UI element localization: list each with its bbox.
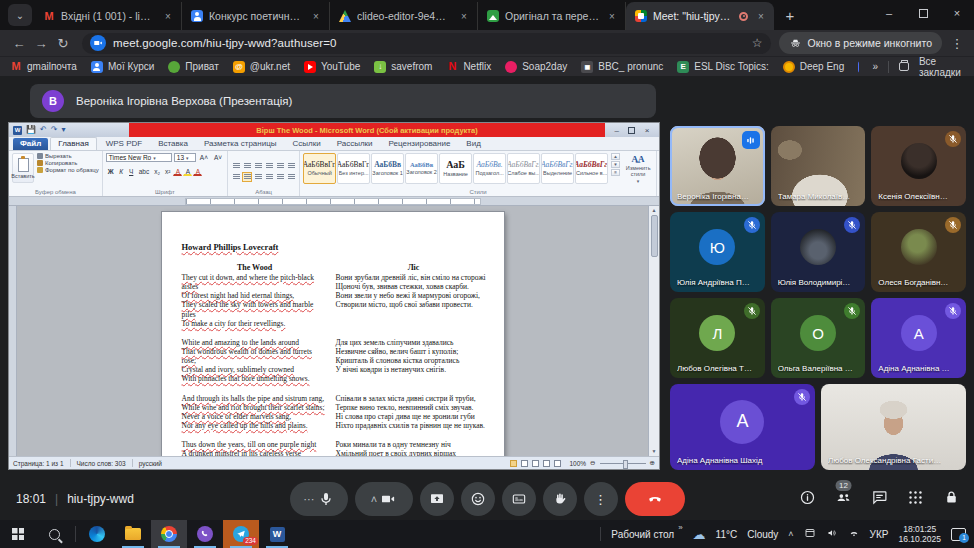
mic-button[interactable]: ⋯	[290, 482, 348, 516]
word-maximize-button[interactable]	[628, 127, 635, 134]
desktop-toolbar-label[interactable]: Рабочий стол	[611, 529, 674, 540]
font-style-button[interactable]: x₂	[152, 167, 162, 176]
paragraph-tool-icon[interactable]	[242, 172, 252, 182]
shrink-font-button[interactable]: А˅	[212, 153, 224, 162]
style-chip[interactable]: АаБбВвЗаголовок 2	[405, 153, 438, 184]
tab-close-icon[interactable]: ×	[309, 9, 323, 23]
bookmark-item[interactable]: Mgmailпочта	[10, 61, 77, 73]
bookmark-item[interactable]: @@ukr.net	[233, 61, 290, 73]
word-tab-4[interactable]: Разметка страницы	[197, 138, 284, 150]
view-fullscreen-icon[interactable]	[521, 460, 528, 467]
paragraph-tool-icon[interactable]	[275, 172, 285, 182]
taskbar-search-button[interactable]	[36, 520, 72, 548]
tray-app-icon[interactable]	[804, 527, 816, 541]
tab-close-icon[interactable]: ×	[161, 9, 175, 23]
view-draft-icon[interactable]	[554, 460, 561, 467]
leave-call-button[interactable]	[625, 482, 685, 516]
scroll-down-icon[interactable]: ▼	[652, 448, 657, 455]
browser-tab[interactable]: Meet: "hiu-tjpy-wwd"×	[626, 2, 774, 30]
paragraph-tool-icon[interactable]	[253, 161, 263, 171]
reload-button[interactable]: ↻	[52, 32, 74, 54]
style-chip[interactable]: АаБбВвГг.Выделение	[541, 153, 574, 184]
taskbar-explorer[interactable]	[115, 520, 151, 548]
volume-icon[interactable]	[826, 527, 838, 541]
font-style-button[interactable]: x²	[163, 167, 172, 176]
status-wordcount[interactable]: Число слов: 303	[77, 460, 126, 467]
word-tab-5[interactable]: Ссылки	[286, 138, 328, 150]
bookmark-item[interactable]: NNetflix	[446, 61, 491, 73]
word-close-button[interactable]: ×	[645, 126, 650, 135]
style-chip[interactable]: АаБбВвГг.Без интер...	[337, 153, 370, 184]
tab-search-button[interactable]: ⌄	[8, 4, 32, 26]
people-button[interactable]: 12	[835, 489, 852, 510]
zoom-slider[interactable]	[600, 463, 646, 464]
font-style-button[interactable]: Ч	[127, 167, 136, 176]
word-scrollbar[interactable]: ▲ ▼	[648, 206, 659, 456]
style-chip[interactable]: АаБбВвЗаголовок 1	[371, 153, 404, 184]
tab-close-icon[interactable]: ×	[605, 9, 619, 23]
bookmark-star-icon[interactable]: ☆	[752, 36, 763, 50]
present-button[interactable]	[420, 482, 454, 516]
browser-tab[interactable]: MВхідні (1 001) - liubov.hastynsh×	[34, 2, 182, 30]
network-icon[interactable]	[848, 527, 860, 541]
document-page[interactable]: Howard Phillips LovecraftThe WoodЛісThey…	[162, 212, 504, 456]
paragraph-tool-icon[interactable]	[264, 161, 274, 171]
bookmark-item[interactable]: Приват	[168, 61, 218, 73]
word-tab-file[interactable]: Файл	[13, 138, 48, 150]
camera-options-icon[interactable]: ˄	[371, 493, 378, 505]
participant-tile[interactable]: Юлія Володимирі…	[771, 212, 866, 292]
font-color-button[interactable]: А	[173, 167, 182, 176]
view-web-icon[interactable]	[532, 460, 539, 467]
activities-button[interactable]	[907, 489, 924, 510]
zoom-out-button[interactable]: ⊖	[590, 459, 595, 467]
word-tab-6[interactable]: Рассылки	[330, 138, 380, 150]
font-color-button[interactable]: А	[193, 167, 202, 176]
word-tab-1[interactable]: Главная	[50, 137, 96, 150]
host-controls-button[interactable]	[943, 489, 960, 510]
participant-tile[interactable]: Олеся Богданівн…	[871, 212, 966, 292]
zoom-in-button[interactable]: ⊕	[650, 459, 655, 467]
participant-tile[interactable]: ААдіна Аднанівна …	[871, 298, 966, 378]
undo-icon[interactable]: ↶	[40, 126, 47, 134]
window-close-button[interactable]: ×	[940, 0, 974, 26]
language-indicator[interactable]: УКР	[870, 529, 889, 540]
save-icon[interactable]: 💾	[26, 126, 36, 134]
styles-gallery-scroll[interactable]: ▲▼≡	[611, 153, 620, 176]
style-chip[interactable]: АаБбВвГг.Сильное в...	[575, 153, 608, 184]
tab-close-icon[interactable]: ×	[457, 9, 471, 23]
word-tab-2[interactable]: WPS PDF	[99, 138, 149, 150]
view-print-layout-icon[interactable]	[510, 460, 517, 467]
chat-button[interactable]	[871, 489, 888, 510]
status-language[interactable]: русский	[139, 460, 162, 467]
bookmark-item[interactable]: Deep Eng	[783, 61, 844, 73]
notification-center-button[interactable]: 1	[951, 528, 966, 541]
font-style-button[interactable]: Ж	[106, 167, 116, 176]
clipboard-action[interactable]: Формат по образцу	[37, 167, 99, 173]
forward-button[interactable]: →	[30, 32, 52, 54]
camera-button[interactable]: ˄	[355, 482, 413, 516]
scroll-up-icon[interactable]: ▲	[652, 207, 657, 214]
style-chip[interactable]: АаБбВвГг.Слабое вы...	[507, 153, 540, 184]
view-outline-icon[interactable]	[543, 460, 550, 467]
font-style-button[interactable]: К	[117, 167, 126, 176]
style-chip[interactable]: АаБбВвГг.Обычный	[303, 153, 336, 184]
participant-tile[interactable]: ООльга Валеріївна …	[771, 298, 866, 378]
participant-tile[interactable]: Любов Олександрівна Гасти…	[821, 384, 966, 470]
new-tab-button[interactable]: +	[778, 3, 802, 27]
paragraph-tool-icon[interactable]	[286, 161, 296, 171]
address-bar[interactable]: meet.google.com/hiu-tjpy-wwd?authuser=0 …	[82, 33, 771, 54]
participant-tile[interactable]: ЛЛюбов Олегівна Т…	[670, 298, 765, 378]
paragraph-tool-icon[interactable]	[231, 172, 241, 182]
window-maximize-button[interactable]	[906, 0, 940, 26]
paragraph-tool-icon[interactable]	[231, 161, 241, 171]
weather-temp[interactable]: 11°C	[716, 529, 738, 540]
meeting-details-button[interactable]	[799, 489, 816, 510]
highlight-color-button[interactable]: А	[183, 167, 192, 176]
all-bookmarks-label[interactable]: Все закладки	[919, 56, 964, 78]
taskbar-telegram[interactable]: 234	[223, 520, 259, 548]
quick-access-dropdown-icon[interactable]: ▾	[61, 126, 65, 134]
paste-button[interactable]: Вставить	[12, 153, 34, 183]
tab-close-icon[interactable]: ×	[754, 9, 768, 23]
bookmark-item[interactable]: Мої Курси	[91, 61, 154, 73]
style-chip[interactable]: АаБбВв.Подзагол...	[473, 153, 506, 184]
